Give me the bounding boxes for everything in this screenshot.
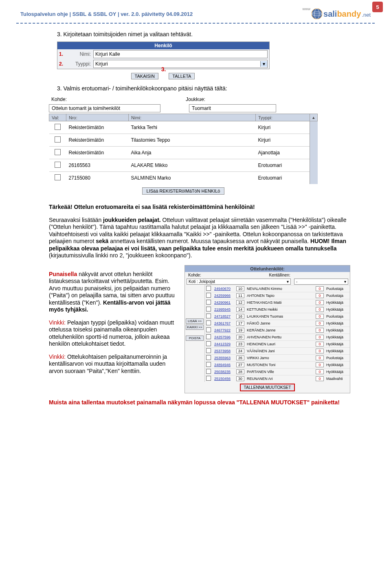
paragraph-red: Punaisella näkyvät arvot ottelun henkilö… [49,271,178,314]
paita-input[interactable]: 20 [236,335,244,340]
roster-row: 2467792219KERÄNEN Janne0Hyökkääjä [205,327,350,333]
footer-reminder: Muista aina tallentaa muutokset painamal… [49,399,350,406]
chevron-down-icon: ▾ [260,61,267,67]
joukkue-select[interactable]: Tuomarit [189,104,276,112]
ken-input[interactable]: 0 [316,335,324,340]
paita-input[interactable]: 12 [236,300,244,305]
paita-input[interactable]: 26 [236,355,244,360]
paita-input[interactable]: 28 [236,369,244,374]
player-type: Hyökkääjä [325,347,350,354]
checkbox[interactable] [55,162,61,168]
ken-input[interactable]: 0 [316,362,324,367]
paita-input[interactable]: 16 [236,314,244,319]
paita-input[interactable]: 30 [236,376,244,381]
player-id[interactable]: 24361767 [214,321,231,325]
lisaa-button[interactable]: LISÄÄ >> [186,318,204,324]
checkbox[interactable] [206,341,211,346]
paita-input[interactable]: 19 [236,328,244,333]
player-id[interactable]: 25355963 [214,356,231,360]
ken-input[interactable]: 0 [316,342,324,347]
paita-input[interactable]: 17 [236,321,244,326]
player-id[interactable]: 24290961 [214,301,231,305]
player-id[interactable]: 21995945 [214,307,231,312]
paita-input[interactable]: 27 [236,362,244,367]
checkbox[interactable] [206,327,211,332]
roster-kent-dropdown[interactable]: -▾ [294,279,348,285]
checkbox[interactable] [206,334,211,339]
header-separator [16,23,375,24]
checkbox[interactable] [55,149,61,155]
add-unregistered-button[interactable]: LISää REKISTERöIMäTöN HENKILö [142,187,225,195]
ken-input[interactable]: 0 [316,314,324,319]
roster-team-dropdown[interactable]: Koti : Jokipojat▾ [187,279,291,285]
ken-input[interactable]: 0 [316,321,324,326]
paita-input[interactable]: 24 [236,349,244,353]
player-type: Hyökkääjä [325,361,350,368]
checkbox[interactable] [206,293,211,298]
kohde-select[interactable]: Ottelun tuomarit ja toimihenkilöt [49,104,160,112]
checkbox[interactable] [206,348,211,353]
paita-input[interactable]: 14 [236,307,244,312]
checkbox[interactable] [55,124,61,130]
chevron-down-icon: ▾ [287,279,289,284]
ken-input[interactable]: 0 [316,300,324,305]
player-id[interactable]: 24259966 [214,294,231,298]
player-id[interactable]: 24257596 [214,335,231,339]
ken-input[interactable]: 0 [316,328,324,333]
checkbox[interactable] [206,369,211,374]
player-id[interactable]: 24677922 [214,328,231,332]
player-id[interactable]: 25150456 [214,377,231,381]
player-id[interactable]: 25038235 [214,370,231,374]
player-type: Hyökkääjä [325,327,350,333]
table-row: RekisteröimätönTarkka TerhiKirjuri [49,121,318,134]
col-val: Val: [49,114,66,121]
player-name: PARTANEN Ville [246,368,314,375]
ken-input[interactable]: 0 [316,355,324,360]
checkbox[interactable] [206,300,211,305]
checkbox[interactable] [206,307,211,312]
player-id[interactable]: 25373958 [214,349,231,353]
ken-input[interactable]: 0 [316,307,324,312]
player-type: Maalivahti [325,375,350,382]
paita-input[interactable]: 10 [236,286,244,291]
checkbox[interactable] [206,362,211,367]
paita-input[interactable]: 23 [236,342,244,347]
ken-input[interactable]: 0 [316,286,324,291]
ken-input[interactable]: 0 [316,376,324,381]
col-nro: Nro: [66,114,129,121]
player-id[interactable]: 24412329 [214,342,231,346]
henkilo-panel: Henkilö 1. Nimi: Kirjuri Kalle 2. Tyyppi… [57,42,270,69]
roster-kentallinen-label: Kentällinen: [268,273,349,277]
paita-input[interactable]: 11 [236,293,244,298]
checkbox[interactable] [206,286,211,291]
checkbox[interactable] [206,320,211,325]
roster-kohde-label: Kohde: [187,273,268,277]
ken-input[interactable]: 0 [316,349,324,353]
player-name: HIETAKANGAS Matti [246,299,314,306]
roster-row: 2425759620AHVENAINEN Perttu0Hyökkääjä [205,333,350,340]
checkbox[interactable] [55,136,61,143]
scrollbar[interactable] [310,121,318,184]
ken-input[interactable]: 0 [316,293,324,298]
roster-row: 2535596326VIRKKI Jarno0Puolustaja [205,354,350,361]
player-type: Hyökkääjä [325,340,350,347]
nimi-input[interactable]: Kirjuri Kalle [93,50,268,58]
talleta-button[interactable]: TALLETA [169,73,195,79]
scrollbar-up[interactable]: ▴ [310,114,318,121]
takaisin-button[interactable]: TAKAISIN [131,73,158,79]
player-id[interactable]: 24894946 [214,363,231,367]
roster-row: 2441232923HEINONEN Lauri0Hyökkääjä [205,340,350,347]
checkbox[interactable] [206,376,211,381]
player-id[interactable]: 24718527 [214,314,231,318]
kaikki-button[interactable]: KAIKKI >> [186,325,204,330]
tyyppi-dropdown[interactable]: Kirjuri ▾ [93,60,268,68]
checkbox[interactable] [206,314,211,318]
tallenna-muutokset-button[interactable]: TALLENNA MUUTOKSET [240,384,295,391]
checkbox[interactable] [206,355,211,360]
poista-button[interactable]: POISTA [186,336,204,341]
player-id[interactable]: 24940670 [214,287,231,291]
ken-input[interactable]: 0 [316,369,324,374]
checkbox[interactable] [55,174,61,180]
step-3b-text: 3. Valmis erotuomari- / toimihenkilökoko… [57,85,350,92]
table-row: RekisteröimätönAika AnjaAjanottaja [49,147,318,159]
